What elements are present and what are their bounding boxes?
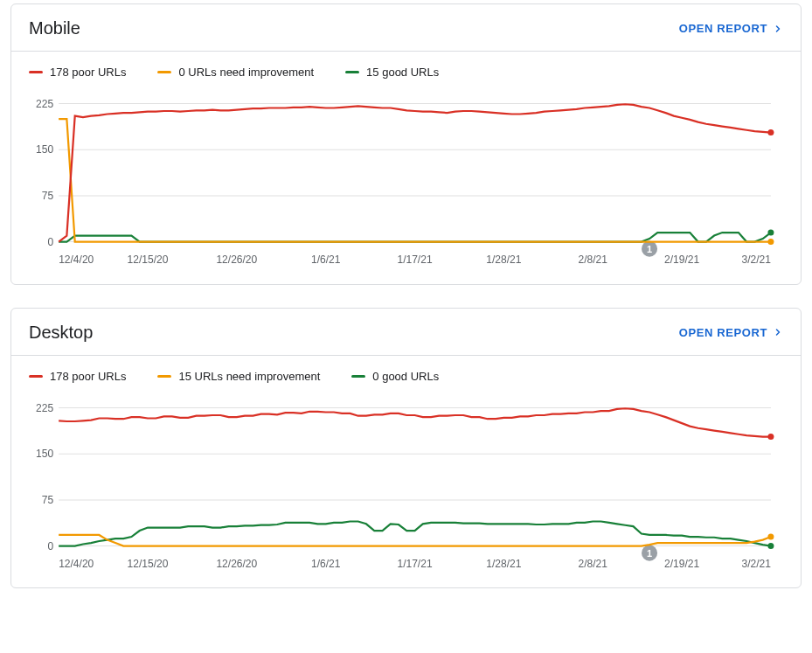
legend-label: 15 good URLs bbox=[366, 66, 439, 79]
y-tick-label: 150 bbox=[36, 143, 53, 156]
x-tick-label: 1/6/21 bbox=[311, 254, 341, 266]
x-tick-label: 2/8/21 bbox=[579, 254, 608, 266]
mobile-open-report-button[interactable]: OPEN REPORT bbox=[679, 22, 783, 35]
x-tick-label: 12/15/20 bbox=[128, 254, 169, 266]
series-end-dot-good bbox=[767, 543, 774, 549]
mobile-card: Mobile OPEN REPORT 178 poor URLs 0 URLs … bbox=[10, 3, 802, 285]
svg-text:1: 1 bbox=[647, 547, 652, 558]
series-end-dot-poor bbox=[767, 129, 774, 135]
legend-label: 0 URLs need improvement bbox=[178, 66, 314, 79]
legend-dash-icon bbox=[29, 375, 43, 378]
open-report-label: OPEN REPORT bbox=[679, 22, 767, 35]
mobile-legend-need[interactable]: 0 URLs need improvement bbox=[157, 66, 314, 79]
chevron-right-icon bbox=[773, 24, 783, 34]
legend-dash-icon bbox=[157, 375, 171, 378]
x-tick-label: 1/17/21 bbox=[397, 557, 432, 569]
desktop-legend-good[interactable]: 0 good URLs bbox=[351, 370, 439, 383]
x-tick-label: 12/4/20 bbox=[59, 557, 94, 569]
open-report-label: OPEN REPORT bbox=[679, 326, 767, 339]
legend-dash-icon bbox=[351, 375, 365, 378]
mobile-legend-poor[interactable]: 178 poor URLs bbox=[29, 66, 126, 79]
y-tick-label: 75 bbox=[42, 494, 54, 506]
series-need bbox=[59, 119, 771, 241]
series-poor bbox=[59, 104, 771, 241]
desktop-title: Desktop bbox=[29, 323, 93, 343]
mobile-legend-good[interactable]: 15 good URLs bbox=[345, 66, 439, 79]
desktop-open-report-button[interactable]: OPEN REPORT bbox=[679, 326, 783, 339]
series-end-dot-need bbox=[767, 533, 774, 539]
x-tick-label: 2/19/21 bbox=[664, 254, 699, 266]
y-tick-label: 0 bbox=[47, 539, 53, 552]
desktop-card: Desktop OPEN REPORT 178 poor URLs 15 URL… bbox=[10, 308, 802, 589]
x-tick-label: 1/28/21 bbox=[486, 254, 521, 266]
x-tick-label: 3/2/21 bbox=[741, 557, 771, 569]
x-tick-label: 1/17/21 bbox=[397, 254, 432, 266]
x-tick-label: 12/15/20 bbox=[128, 557, 169, 569]
series-end-dot-poor bbox=[767, 434, 774, 440]
legend-label: 15 URLs need improvement bbox=[178, 370, 320, 383]
event-marker[interactable]: 1 bbox=[642, 241, 657, 257]
x-tick-label: 2/8/21 bbox=[579, 557, 608, 569]
series-good bbox=[59, 233, 771, 242]
legend-dash-icon bbox=[29, 71, 43, 73]
x-tick-label: 12/26/20 bbox=[216, 557, 257, 569]
mobile-chart[interactable]: 07515022512/4/2012/15/2012/26/201/6/211/… bbox=[29, 87, 783, 272]
x-tick-label: 3/2/21 bbox=[741, 254, 771, 266]
mobile-legend: 178 poor URLs 0 URLs need improvement 15… bbox=[11, 52, 801, 84]
x-tick-label: 2/19/21 bbox=[664, 557, 699, 569]
desktop-legend-poor[interactable]: 178 poor URLs bbox=[29, 370, 126, 383]
svg-text:1: 1 bbox=[647, 244, 652, 254]
desktop-card-header: Desktop OPEN REPORT bbox=[11, 309, 801, 356]
series-end-dot-need bbox=[767, 239, 774, 245]
legend-dash-icon bbox=[157, 71, 171, 73]
legend-dash-icon bbox=[345, 71, 359, 73]
y-tick-label: 75 bbox=[42, 190, 54, 202]
series-need bbox=[59, 535, 771, 546]
y-tick-label: 150 bbox=[36, 448, 53, 460]
desktop-legend: 178 poor URLs 15 URLs need improvement 0… bbox=[11, 356, 801, 388]
mobile-title: Mobile bbox=[29, 18, 80, 38]
x-tick-label: 12/4/20 bbox=[59, 254, 94, 266]
legend-label: 0 good URLs bbox=[372, 370, 439, 383]
y-tick-label: 225 bbox=[36, 401, 53, 413]
desktop-chart[interactable]: 07515022512/4/2012/15/2012/26/201/6/211/… bbox=[29, 392, 783, 576]
chevron-right-icon bbox=[773, 327, 783, 337]
desktop-plot-wrap: 07515022512/4/2012/15/2012/26/201/6/211/… bbox=[11, 388, 801, 588]
legend-label: 178 poor URLs bbox=[50, 370, 126, 383]
mobile-plot-wrap: 07515022512/4/2012/15/2012/26/201/6/211/… bbox=[11, 84, 801, 284]
desktop-legend-need[interactable]: 15 URLs need improvement bbox=[157, 370, 320, 383]
y-tick-label: 225 bbox=[36, 98, 53, 110]
x-tick-label: 12/26/20 bbox=[216, 254, 257, 266]
legend-label: 178 poor URLs bbox=[50, 66, 126, 79]
mobile-card-header: Mobile OPEN REPORT bbox=[11, 4, 801, 52]
y-tick-label: 0 bbox=[47, 236, 53, 248]
series-poor bbox=[59, 408, 771, 436]
series-end-dot-good bbox=[767, 230, 774, 236]
x-tick-label: 1/6/21 bbox=[311, 557, 341, 569]
x-tick-label: 1/28/21 bbox=[486, 557, 521, 569]
event-marker[interactable]: 1 bbox=[642, 545, 657, 560]
